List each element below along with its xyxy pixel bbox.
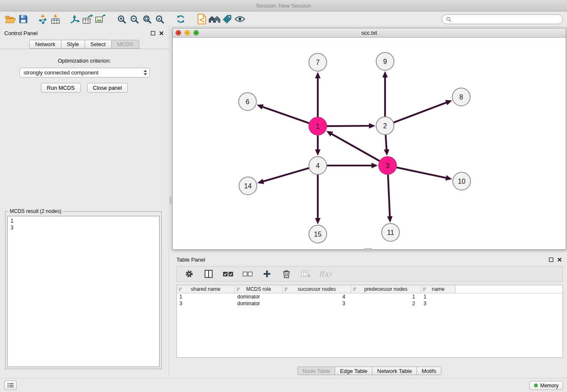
graph-node-15[interactable]: 15 xyxy=(309,225,327,243)
graph-edge-1-2[interactable] xyxy=(326,126,370,126)
panel-resize-handle-vertical[interactable] xyxy=(170,196,172,204)
tab-mcds[interactable]: MCDS xyxy=(111,40,139,49)
apply-layout-button[interactable] xyxy=(174,13,187,25)
select-all-columns-button[interactable] xyxy=(222,268,234,280)
neighbors-button[interactable] xyxy=(208,13,221,25)
zoom-selected-button[interactable] xyxy=(153,13,166,25)
export-image-button[interactable] xyxy=(94,13,107,25)
node-table: shared nameMCDS rolesuccessor nodesprede… xyxy=(176,285,563,358)
panel-resize-handle-horizontal[interactable] xyxy=(364,248,372,250)
graph-node-9[interactable]: 9 xyxy=(376,52,394,70)
search-input[interactable] xyxy=(454,16,559,22)
memory-button[interactable]: Memory xyxy=(529,381,563,390)
graph-edge-2-8[interactable] xyxy=(393,102,447,123)
import-table-button[interactable] xyxy=(49,13,62,25)
column-header-predecessor-nodes[interactable]: predecessor nodes xyxy=(351,285,421,293)
save-icon xyxy=(18,14,28,24)
delete-table-button[interactable] xyxy=(300,268,312,280)
table-row[interactable]: 1dominator411 xyxy=(177,293,562,300)
svg-text:9: 9 xyxy=(383,58,387,65)
graph-node-7[interactable]: 7 xyxy=(309,53,327,71)
run-mcds-button[interactable]: Run MCDS xyxy=(41,83,81,93)
show-columns-button[interactable] xyxy=(202,268,215,280)
delete-column-button[interactable] xyxy=(280,268,293,280)
graph-node-8[interactable]: 8 xyxy=(452,88,470,106)
close-control-panel-button[interactable] xyxy=(159,31,164,36)
svg-text:1: 1 xyxy=(316,123,320,130)
graph-node-6[interactable]: 6 xyxy=(239,93,256,110)
graph-edge-arrow xyxy=(257,179,264,184)
table-settings-button[interactable] xyxy=(183,268,195,280)
zoom-in-button[interactable] xyxy=(115,13,128,25)
unselect-all-columns-button[interactable] xyxy=(241,268,254,280)
table-cell-mcds-role: dominator xyxy=(235,301,283,306)
graph-edge-3-1[interactable] xyxy=(331,134,380,162)
tab-network-table[interactable]: Network Table xyxy=(372,367,417,375)
main-toolbar xyxy=(0,12,567,27)
zoom-window-icon[interactable]: + xyxy=(193,30,199,36)
graph-edge-arrow xyxy=(445,175,452,181)
minimize-window-icon[interactable]: − xyxy=(184,30,190,36)
graph-node-2[interactable]: 2 xyxy=(376,117,394,135)
tab-node-table[interactable]: Node Table xyxy=(297,367,336,375)
float-panel-button[interactable] xyxy=(151,31,155,36)
float-table-panel-button[interactable] xyxy=(549,257,553,262)
result-line: 1 xyxy=(11,218,156,224)
zoom-fit-button[interactable] xyxy=(140,13,153,25)
control-panel: Control Panel NetworkStyleSelectMCDS Opt… xyxy=(0,26,169,376)
graph-edge-2-3[interactable] xyxy=(385,134,386,150)
graph-node-3[interactable]: 3 xyxy=(379,157,396,174)
graph-edge-3-11[interactable] xyxy=(388,174,390,217)
graph-node-11[interactable]: 11 xyxy=(382,224,399,241)
close-table-panel-button[interactable] xyxy=(557,257,562,262)
search-box[interactable] xyxy=(442,14,563,24)
open-session-button[interactable] xyxy=(4,13,17,25)
tab-style[interactable]: Style xyxy=(61,40,85,49)
graph-node-4[interactable]: 4 xyxy=(309,157,327,174)
graph-edge-3-10[interactable] xyxy=(396,167,447,178)
new-network-button[interactable] xyxy=(69,13,81,25)
memory-button-label: Memory xyxy=(540,383,559,389)
table-row[interactable]: 3dominator323 xyxy=(177,300,562,307)
tab-select[interactable]: Select xyxy=(85,40,112,49)
tab-edge-table[interactable]: Edge Table xyxy=(335,367,372,375)
export-network-button[interactable] xyxy=(195,13,208,25)
graph-node-1[interactable]: 1 xyxy=(309,117,327,135)
svg-text:10: 10 xyxy=(458,178,465,185)
table-panel-title: Table Panel xyxy=(176,257,205,263)
import-network-button[interactable] xyxy=(36,13,49,25)
new-table-button[interactable] xyxy=(81,13,94,25)
criterion-dropdown[interactable]: strongly connected component xyxy=(19,68,150,77)
graph-node-14[interactable]: 14 xyxy=(239,177,257,195)
column-header-successor-nodes[interactable]: successor nodes xyxy=(283,285,351,293)
graph-edge-1-6[interactable] xyxy=(262,107,310,124)
graph-edge-4-14[interactable] xyxy=(263,168,310,182)
close-panel-button[interactable]: Close panel xyxy=(87,83,128,93)
annotation-button[interactable] xyxy=(221,13,234,25)
mcds-result-list[interactable]: 13 xyxy=(7,216,160,367)
save-session-button[interactable] xyxy=(17,13,30,25)
criterion-dropdown-value: strongly connected component xyxy=(24,69,99,76)
network-window-titlebar[interactable]: × − + scc.txt xyxy=(173,28,566,38)
zoom-out-button[interactable] xyxy=(128,13,140,25)
close-window-icon[interactable]: × xyxy=(176,30,181,36)
close-icon xyxy=(557,257,562,262)
svg-text:14: 14 xyxy=(244,182,252,190)
panel-list-button[interactable] xyxy=(4,381,17,390)
column-header-mcds-role[interactable]: MCDS role xyxy=(235,285,283,293)
tag-icon xyxy=(222,14,232,24)
table-cell-successor-nodes: 3 xyxy=(283,301,351,306)
network-graph-svg[interactable]: 7968124314101511 xyxy=(173,38,566,249)
column-header-shared-name[interactable]: shared name xyxy=(177,285,235,293)
column-header-name[interactable]: name xyxy=(421,285,456,293)
create-column-button[interactable] xyxy=(261,268,273,280)
function-builder-button[interactable]: f(x) xyxy=(319,270,331,278)
visibility-button[interactable] xyxy=(234,13,246,25)
graph-node-10[interactable]: 10 xyxy=(453,172,471,190)
network-table-icon xyxy=(82,14,94,24)
tab-motifs[interactable]: Motifs xyxy=(416,367,441,375)
network-canvas[interactable]: 7968124314101511 xyxy=(173,38,566,249)
svg-text:4: 4 xyxy=(316,162,320,169)
tab-network[interactable]: Network xyxy=(29,40,61,49)
table-panel: Table Panel xyxy=(172,253,567,376)
